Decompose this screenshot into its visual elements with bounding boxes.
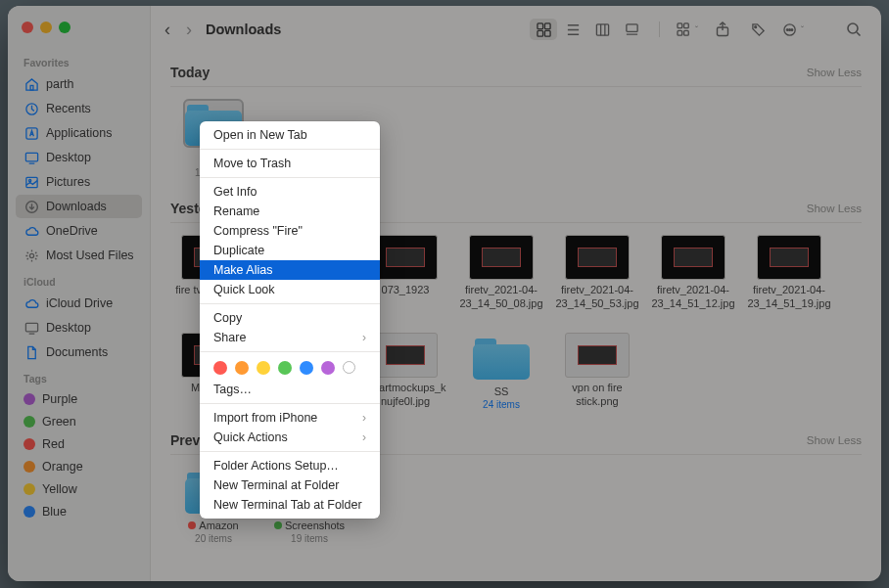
sidebar-item-desktop[interactable]: Desktop: [16, 146, 142, 169]
sidebar-tag-red[interactable]: Red: [16, 433, 142, 455]
show-less-button[interactable]: Show Less: [807, 203, 862, 214]
file-sublabel: 19 items: [291, 533, 328, 546]
tag-dot-icon: [23, 483, 35, 495]
sidebar-item-applications[interactable]: Applications: [16, 121, 142, 145]
ctx-get-info[interactable]: Get Info: [200, 182, 380, 202]
sidebar-section-favorites: Favorites: [16, 49, 142, 72]
ctx-tags[interactable]: Tags…: [200, 380, 380, 399]
gear-icon: [23, 248, 39, 263]
show-less-button[interactable]: Show Less: [807, 67, 862, 78]
sidebar-tag-green[interactable]: Green: [16, 411, 142, 432]
ctx-quick-look[interactable]: Quick Look: [200, 280, 380, 299]
ctx-rename[interactable]: Rename: [200, 202, 380, 221]
sidebar-tag-purple[interactable]: Purple: [16, 388, 142, 410]
sidebar-item-label: iCloud Drive: [46, 296, 113, 310]
tag-clear-swatch[interactable]: [343, 361, 355, 374]
sidebar-item-documents[interactable]: Documents: [16, 340, 142, 364]
file-name: Screenshots: [274, 520, 345, 533]
ctx-import-iphone[interactable]: Import from iPhone›: [200, 408, 380, 428]
file-name: firetv_2021-04-23_14_51_19.jpg: [746, 284, 832, 311]
tag-color-swatch[interactable]: [321, 361, 335, 375]
share-button[interactable]: [709, 19, 736, 40]
tag-dot-icon: [274, 521, 282, 529]
file-name: firetv_2021-04-23_14_51_12.jpg: [650, 284, 736, 311]
sidebar-item-label: Downloads: [46, 200, 107, 213]
svg-rect-14: [544, 30, 550, 36]
sidebar-tag-blue[interactable]: Blue: [16, 501, 142, 522]
thumbnail-icon: [565, 333, 630, 378]
svg-line-34: [857, 32, 861, 36]
thumbnail-icon: [661, 235, 725, 280]
file-item[interactable]: SS24 items: [458, 333, 544, 411]
list-view-button[interactable]: [559, 19, 586, 40]
sidebar-item-most-used-files[interactable]: Most Used Files: [16, 244, 142, 267]
svg-rect-12: [544, 23, 550, 28]
svg-rect-13: [537, 30, 542, 36]
ctx-duplicate[interactable]: Duplicate: [200, 241, 380, 260]
search-button[interactable]: [840, 19, 867, 40]
file-item[interactable]: vpn on fire stick.png: [554, 333, 640, 411]
svg-rect-23: [678, 23, 682, 27]
ctx-open-new-tab[interactable]: Open in New Tab: [200, 125, 380, 145]
icon-view-button[interactable]: [530, 19, 557, 40]
file-item[interactable]: firetv_2021-04-23_14_50_53.jpg: [554, 235, 640, 311]
file-item[interactable]: firetv_2021-04-23_14_50_08.jpg: [458, 235, 544, 311]
sidebar-item-label: Desktop: [46, 151, 91, 164]
sidebar-item-downloads[interactable]: Downloads: [16, 195, 142, 218]
tag-color-swatch[interactable]: [278, 361, 292, 375]
ctx-new-terminal-tab[interactable]: New Terminal Tab at Folder: [200, 495, 380, 515]
sidebar-item-icloud-drive[interactable]: iCloud Drive: [16, 292, 142, 315]
group-by-button[interactable]: ˇ: [674, 19, 701, 40]
sidebar-tag-orange[interactable]: Orange: [16, 456, 142, 477]
ctx-move-to-trash[interactable]: Move to Trash: [200, 154, 380, 173]
file-item[interactable]: firetv_2021-04-23_14_51_12.jpg: [650, 235, 736, 311]
tag-color-swatch[interactable]: [257, 361, 270, 375]
tag-color-swatch[interactable]: [235, 361, 249, 375]
thumbnail-icon: [373, 333, 438, 378]
action-menu-button[interactable]: ˇ: [779, 19, 807, 40]
sidebar-item-desktop[interactable]: Desktop: [16, 316, 142, 339]
sidebar-section-tags: Tags: [16, 365, 142, 388]
minimize-window-button[interactable]: [40, 22, 52, 33]
sidebar-item-pictures[interactable]: Pictures: [16, 170, 142, 194]
sidebar-item-recents[interactable]: Recents: [16, 97, 142, 120]
svg-point-28: [754, 25, 756, 27]
svg-rect-9: [25, 323, 37, 331]
ctx-share[interactable]: Share›: [200, 328, 380, 347]
tags-button[interactable]: [744, 19, 772, 40]
ctx-folder-actions-setup[interactable]: Folder Actions Setup…: [200, 456, 380, 475]
sidebar-item-label: Recents: [46, 102, 91, 115]
column-view-button[interactable]: [588, 19, 616, 40]
tag-color-swatch[interactable]: [213, 361, 227, 375]
ctx-new-terminal[interactable]: New Terminal at Folder: [200, 475, 380, 495]
svg-point-33: [848, 23, 858, 33]
svg-rect-11: [537, 23, 542, 28]
chevron-right-icon: ›: [362, 430, 366, 444]
file-item[interactable]: firetv_2021-04-23_14_51_19.jpg: [746, 235, 832, 311]
show-less-button[interactable]: Show Less: [807, 434, 862, 446]
sidebar-item-parth[interactable]: parth: [16, 72, 142, 96]
sidebar-item-label: Pictures: [46, 175, 90, 189]
back-button[interactable]: ‹: [164, 20, 170, 40]
sidebar-item-onedrive[interactable]: OneDrive: [16, 219, 142, 243]
thumbnail-icon: [565, 235, 630, 280]
ctx-make-alias[interactable]: Make Alias: [200, 260, 380, 280]
svg-point-6: [28, 179, 30, 181]
close-window-button[interactable]: [22, 22, 33, 33]
sidebar-tag-yellow[interactable]: Yellow: [16, 478, 142, 500]
ctx-copy[interactable]: Copy: [200, 308, 380, 328]
tag-dot-icon: [23, 393, 35, 405]
sidebar-section-icloud: iCloud: [16, 268, 142, 292]
ctx-compress[interactable]: Compress "Fire": [200, 221, 380, 241]
ctx-quick-actions[interactable]: Quick Actions›: [200, 428, 380, 447]
svg-rect-24: [678, 30, 682, 35]
tag-color-swatch[interactable]: [300, 361, 313, 375]
forward-button[interactable]: ›: [186, 20, 192, 40]
svg-rect-26: [684, 30, 689, 35]
maximize-window-button[interactable]: [59, 22, 70, 33]
svg-rect-3: [25, 153, 37, 160]
gallery-view-button[interactable]: [618, 19, 645, 40]
tag-dot-icon: [188, 521, 196, 529]
downloads-icon: [23, 199, 39, 214]
sidebar-item-label: Orange: [42, 460, 83, 474]
